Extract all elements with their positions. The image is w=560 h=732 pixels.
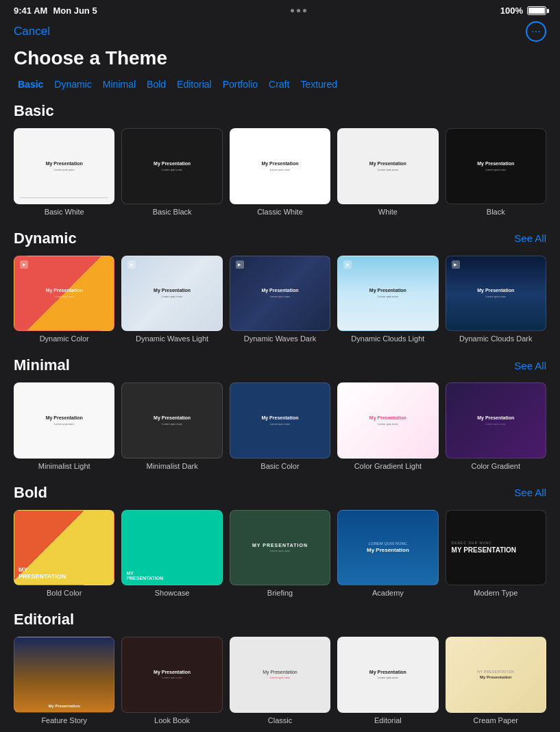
theme-editorial[interactable]: My Presentation Lorem quis nunc Editoria…: [337, 637, 438, 724]
play-icon: ▶: [127, 260, 136, 269]
basic-theme-grid: My Presentation Lorem quis nunc Basic Wh…: [14, 128, 546, 216]
section-dynamic: Dynamic See All ▶ My Presentation Lorem …: [14, 230, 546, 343]
theme-feature-story-label: Feature Story: [14, 716, 114, 724]
theme-basic-black[interactable]: My Presentation Lorem quis nunc Basic Bl…: [121, 128, 222, 216]
section-basic: Basic My Presentation Lorem quis nunc Ba…: [14, 102, 546, 216]
tab-editorial[interactable]: Editorial: [173, 77, 216, 91]
status-dots: [291, 9, 306, 12]
theme-basic-color[interactable]: My Presentation Lorem quis nunc Basic Co…: [230, 382, 330, 470]
play-icon: ▶: [452, 260, 460, 269]
theme-classic-white[interactable]: My Presentation Lorem quis nunc Classic …: [230, 128, 330, 216]
section-bold: Bold See All MYPRESENTATION Bold Color M…: [14, 484, 546, 598]
cancel-button[interactable]: Cancel: [14, 25, 50, 38]
theme-color-gradient-light-label: Color Gradient Light: [337, 462, 438, 470]
play-icon: ▶: [20, 260, 28, 269]
theme-modern-type[interactable]: DENEC SUR NUNC MY PRESENTATION Modern Ty…: [446, 510, 546, 598]
section-basic-header: Basic: [14, 102, 546, 120]
theme-dynamic-clouds-light[interactable]: ▶ My Presentation Lorem quis nunc Dynami…: [337, 256, 438, 343]
theme-white[interactable]: My Presentation Lorem quis nunc White: [337, 128, 438, 216]
theme-dynamic-clouds-dark[interactable]: ▶ My Presentation Lorem quis nunc Dynami…: [446, 256, 546, 343]
theme-minimalist-dark-label: Minimalist Dark: [121, 462, 222, 470]
page-title: Choose a Theme: [0, 47, 560, 77]
tab-bold[interactable]: Bold: [143, 77, 170, 91]
tab-dynamic[interactable]: Dynamic: [50, 77, 95, 91]
theme-basic-white-label: Basic White: [14, 208, 114, 216]
theme-cream-paper[interactable]: HY PRESENTATION My Presentation Cream Pa…: [446, 637, 546, 724]
theme-color-gradient[interactable]: My Presentation Lorem quis nunc Color Gr…: [446, 382, 546, 470]
tab-portfolio[interactable]: Portfolio: [219, 77, 262, 91]
section-minimal: Minimal See All My Presentation Lorem qu…: [14, 356, 546, 470]
tab-craft[interactable]: Craft: [265, 77, 293, 91]
status-date: Mon Jun 5: [53, 5, 97, 16]
dynamic-see-all-button[interactable]: See All: [514, 232, 546, 244]
theme-academy[interactable]: Lorem quis nunc My Presentation Academy: [337, 510, 438, 598]
theme-classic-white-label: Classic White: [230, 208, 330, 216]
section-editorial: Editorial My Presentation Feature Story …: [14, 611, 546, 724]
theme-showcase[interactable]: MYPRESENTATION Showcase: [121, 510, 222, 598]
editorial-theme-grid: My Presentation Feature Story My Present…: [14, 637, 546, 724]
theme-basic-white[interactable]: My Presentation Lorem quis nunc Basic Wh…: [14, 128, 114, 216]
theme-color-gradient-label: Color Gradient: [446, 462, 546, 470]
theme-dynamic-waves-dark-label: Dynamic Waves Dark: [230, 334, 330, 343]
theme-basic-color-label: Basic Color: [230, 462, 330, 470]
theme-modern-type-label: Modern Type: [446, 589, 546, 597]
theme-bold-color[interactable]: MYPRESENTATION Bold Color: [14, 510, 114, 598]
theme-dynamic-waves-light-label: Dynamic Waves Light: [121, 334, 222, 343]
status-right: 100%: [500, 5, 546, 16]
section-minimal-header: Minimal See All: [14, 356, 546, 374]
theme-look-book-label: Look Book: [121, 716, 222, 724]
theme-color-gradient-light[interactable]: My Presentation Lorem quis nunc Color Gr…: [337, 382, 438, 470]
theme-briefing-label: Briefing: [230, 589, 330, 597]
section-minimal-title: Minimal: [14, 356, 70, 374]
section-editorial-header: Editorial: [14, 611, 546, 629]
tab-textured[interactable]: Textured: [296, 77, 341, 91]
theme-dynamic-waves-light[interactable]: ▶ My Presentation Lorem quis nunc Dynami…: [121, 256, 222, 343]
theme-classic-label: Classic: [230, 716, 330, 724]
theme-black[interactable]: My Presentation Lorem quis nunc Black: [446, 128, 546, 216]
tab-basic[interactable]: Basic: [14, 77, 47, 91]
minimal-see-all-button[interactable]: See All: [514, 360, 546, 371]
theme-dynamic-clouds-light-label: Dynamic Clouds Light: [337, 334, 438, 343]
theme-editorial-label: Editorial: [337, 716, 438, 724]
more-button[interactable]: ···: [526, 21, 546, 42]
minimal-theme-grid: My Presentation Lorem quis nunc Minimali…: [14, 382, 546, 470]
status-bar: 9:41 AM Mon Jun 5 100%: [0, 0, 560, 19]
theme-basic-black-label: Basic Black: [121, 208, 222, 216]
theme-academy-label: Academy: [337, 589, 438, 597]
section-basic-title: Basic: [14, 102, 54, 120]
theme-minimalist-dark[interactable]: My Presentation Lorem quis nunc Minimali…: [121, 382, 222, 470]
section-dynamic-header: Dynamic See All: [14, 230, 546, 247]
theme-classic[interactable]: My Presentation Lorem quis nunc Classic: [230, 637, 330, 724]
section-dynamic-title: Dynamic: [14, 230, 77, 247]
section-editorial-title: Editorial: [14, 611, 74, 629]
theme-feature-story[interactable]: My Presentation Feature Story: [14, 637, 114, 724]
dynamic-theme-grid: ▶ My Presentation Lorem quis nunc Dynami…: [14, 256, 546, 343]
play-icon: ▶: [343, 260, 352, 269]
battery-text: 100%: [500, 5, 523, 16]
theme-dynamic-clouds-dark-label: Dynamic Clouds Dark: [446, 334, 546, 343]
bold-theme-grid: MYPRESENTATION Bold Color MYPRESENTATION…: [14, 510, 546, 598]
category-tabs: Basic Dynamic Minimal Bold Editorial Por…: [0, 77, 560, 102]
theme-white-label: White: [337, 208, 438, 216]
theme-look-book[interactable]: My Presentation Lorem quis nunc Look Boo…: [121, 637, 222, 724]
section-bold-title: Bold: [14, 484, 47, 502]
theme-black-label: Black: [446, 208, 546, 216]
theme-minimalist-light[interactable]: My Presentation Lorem quis nunc Minimali…: [14, 382, 114, 470]
top-bar: Cancel ···: [0, 19, 560, 47]
theme-dynamic-color-label: Dynamic Color: [14, 334, 114, 343]
theme-dynamic-color[interactable]: ▶ My Presentation Lorem quis nunc Dynami…: [14, 256, 114, 343]
theme-cream-paper-label: Cream Paper: [446, 716, 546, 724]
bold-see-all-button[interactable]: See All: [514, 487, 546, 498]
theme-bold-color-label: Bold Color: [14, 589, 114, 597]
theme-minimalist-light-label: Minimalist Light: [14, 462, 114, 470]
theme-briefing[interactable]: MY PRESENTATION Lorem quis nunc Briefing: [230, 510, 330, 598]
theme-content: Basic My Presentation Lorem quis nunc Ba…: [0, 102, 560, 732]
theme-showcase-label: Showcase: [121, 589, 222, 597]
more-icon: ···: [531, 25, 540, 38]
status-time: 9:41 AM: [14, 5, 47, 16]
battery-icon: [527, 6, 546, 15]
tab-minimal[interactable]: Minimal: [99, 77, 140, 91]
theme-dynamic-waves-dark[interactable]: ▶ My Presentation Lorem quis nunc Dynami…: [230, 256, 330, 343]
section-bold-header: Bold See All: [14, 484, 546, 502]
play-icon: ▶: [236, 260, 244, 269]
